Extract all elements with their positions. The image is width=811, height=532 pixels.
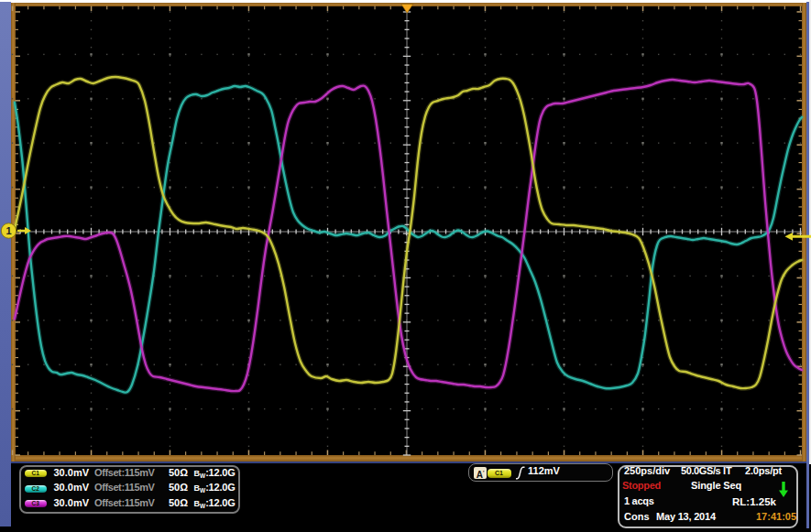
svg-text:1: 1 xyxy=(5,225,11,236)
